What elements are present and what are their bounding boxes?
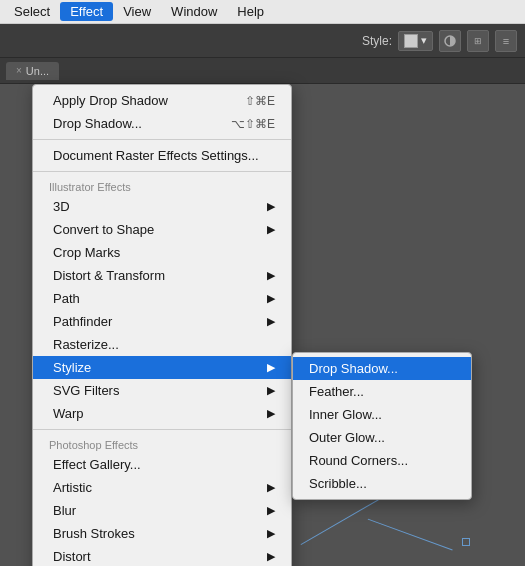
effect-dropdown-menu: Apply Drop Shadow ⇧⌘E Drop Shadow... ⌥⇧⌘…	[32, 84, 292, 566]
tab-bar: × Un...	[0, 58, 525, 84]
menubar-item-select[interactable]: Select	[4, 2, 60, 21]
drop-shadow-sub-item[interactable]: Drop Shadow...	[293, 357, 471, 380]
round-corners-item[interactable]: Round Corners...	[293, 449, 471, 472]
pathfinder-arrow: ▶	[267, 315, 275, 328]
artistic-label: Artistic	[53, 480, 92, 495]
stylize-item[interactable]: Stylize ▶ Drop Shadow... Feather... Inne…	[33, 356, 291, 379]
toolbar: Style: ▾ ⊞ ≡	[0, 24, 525, 58]
blur-arrow: ▶	[267, 504, 275, 517]
crop-marks-label: Crop Marks	[53, 245, 120, 260]
crop-marks-item[interactable]: Crop Marks	[33, 241, 291, 264]
scribble-item[interactable]: Scribble...	[293, 472, 471, 495]
distort-item[interactable]: Distort ▶	[33, 545, 291, 566]
document-raster-effects-item[interactable]: Document Raster Effects Settings...	[33, 144, 291, 167]
svg-filters-arrow: ▶	[267, 384, 275, 397]
illustrator-effects-header: Illustrator Effects	[33, 176, 291, 195]
brush-strokes-item[interactable]: Brush Strokes ▶	[33, 522, 291, 545]
path-arrow: ▶	[267, 292, 275, 305]
brush-strokes-arrow: ▶	[267, 527, 275, 540]
warp-label: Warp	[53, 406, 84, 421]
apply-drop-shadow-label: Apply Drop Shadow	[53, 93, 168, 108]
warp-arrow: ▶	[267, 407, 275, 420]
effect-gallery-item[interactable]: Effect Gallery...	[33, 453, 291, 476]
feather-item[interactable]: Feather...	[293, 380, 471, 403]
brush-strokes-label: Brush Strokes	[53, 526, 135, 541]
svg-filters-label: SVG Filters	[53, 383, 119, 398]
inner-glow-label: Inner Glow...	[309, 407, 382, 422]
document-raster-effects-label: Document Raster Effects Settings...	[53, 148, 259, 163]
menubar-item-view[interactable]: View	[113, 2, 161, 21]
scribble-label: Scribble...	[309, 476, 367, 491]
convert-to-shape-label: Convert to Shape	[53, 222, 154, 237]
separator-2	[33, 171, 291, 172]
pathfinder-item[interactable]: Pathfinder ▶	[33, 310, 291, 333]
outer-glow-label: Outer Glow...	[309, 430, 385, 445]
inner-glow-item[interactable]: Inner Glow...	[293, 403, 471, 426]
apply-drop-shadow-shortcut: ⇧⌘E	[225, 94, 275, 108]
rasterize-item[interactable]: Rasterize...	[33, 333, 291, 356]
drop-shadow-label: Drop Shadow...	[53, 116, 142, 131]
pathfinder-label: Pathfinder	[53, 314, 112, 329]
blur-label: Blur	[53, 503, 76, 518]
svg-filters-item[interactable]: SVG Filters ▶	[33, 379, 291, 402]
close-icon[interactable]: ×	[16, 65, 22, 76]
menubar-item-window[interactable]: Window	[161, 2, 227, 21]
separator-1	[33, 139, 291, 140]
canvas-anchor-point	[462, 538, 470, 546]
distort-transform-item[interactable]: Distort & Transform ▶	[33, 264, 291, 287]
style-dropdown-arrow: ▾	[421, 34, 427, 47]
3d-arrow: ▶	[267, 200, 275, 213]
outer-glow-item[interactable]: Outer Glow...	[293, 426, 471, 449]
distort-arrow: ▶	[267, 550, 275, 563]
path-label: Path	[53, 291, 80, 306]
align-icon[interactable]: ≡	[495, 30, 517, 52]
style-selector[interactable]: ▾	[398, 31, 433, 51]
blur-item[interactable]: Blur ▶	[33, 499, 291, 522]
canvas-decoration-2	[367, 519, 452, 552]
menubar-item-effect[interactable]: Effect	[60, 2, 113, 21]
distort-transform-label: Distort & Transform	[53, 268, 165, 283]
effect-gallery-label: Effect Gallery...	[53, 457, 141, 472]
artistic-item[interactable]: Artistic ▶	[33, 476, 291, 499]
artistic-arrow: ▶	[267, 481, 275, 494]
drop-shadow-sub-label: Drop Shadow...	[309, 361, 398, 376]
3d-item[interactable]: 3D ▶	[33, 195, 291, 218]
separator-3	[33, 429, 291, 430]
convert-to-shape-item[interactable]: Convert to Shape ▶	[33, 218, 291, 241]
style-color-swatch	[404, 34, 418, 48]
stylize-arrow: ▶	[267, 361, 275, 374]
stylize-submenu: Drop Shadow... Feather... Inner Glow... …	[292, 352, 472, 500]
canvas-area: Apply Drop Shadow ⇧⌘E Drop Shadow... ⌥⇧⌘…	[0, 84, 525, 566]
drop-shadow-item[interactable]: Drop Shadow... ⌥⇧⌘E	[33, 112, 291, 135]
grid-icon[interactable]: ⊞	[467, 30, 489, 52]
stylize-label: Stylize	[53, 360, 91, 375]
document-tab[interactable]: × Un...	[6, 62, 59, 80]
path-item[interactable]: Path ▶	[33, 287, 291, 310]
round-corners-label: Round Corners...	[309, 453, 408, 468]
tab-label: Un...	[26, 65, 49, 77]
opacity-icon[interactable]	[439, 30, 461, 52]
rasterize-label: Rasterize...	[53, 337, 119, 352]
warp-item[interactable]: Warp ▶	[33, 402, 291, 425]
style-label: Style:	[362, 34, 392, 48]
apply-drop-shadow-item[interactable]: Apply Drop Shadow ⇧⌘E	[33, 89, 291, 112]
3d-label: 3D	[53, 199, 70, 214]
photoshop-effects-header: Photoshop Effects	[33, 434, 291, 453]
feather-label: Feather...	[309, 384, 364, 399]
drop-shadow-shortcut: ⌥⇧⌘E	[211, 117, 275, 131]
distort-transform-arrow: ▶	[267, 269, 275, 282]
convert-to-shape-arrow: ▶	[267, 223, 275, 236]
distort-label: Distort	[53, 549, 91, 564]
menu-bar: Select Effect View Window Help	[0, 0, 525, 24]
menubar-item-help[interactable]: Help	[227, 2, 274, 21]
